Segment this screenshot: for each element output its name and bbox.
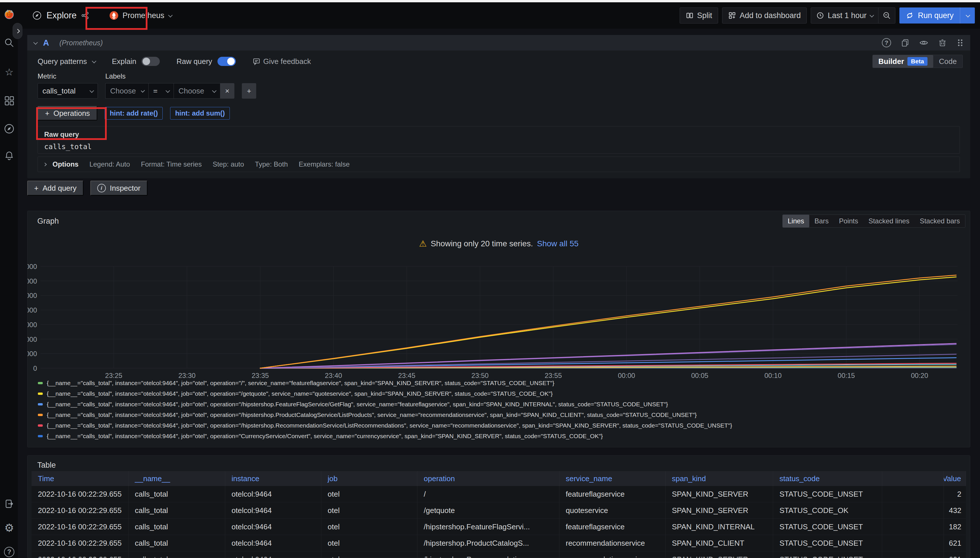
x-axis-tick-label: 23:40 — [325, 372, 342, 379]
options-collapsed-row[interactable]: Options Legend: Auto Format: Time series… — [38, 157, 960, 172]
raw-query-toggle[interactable] — [217, 57, 236, 66]
legend-item[interactable]: {__name__="calls_total", instance="otelc… — [38, 412, 967, 422]
table-cell: featureflagservice — [559, 486, 666, 502]
starred-icon[interactable]: ☆ — [4, 67, 15, 77]
add-query-button[interactable]: + Add query — [27, 181, 84, 195]
duplicate-query-icon[interactable] — [901, 38, 909, 47]
chevron-down-icon — [166, 88, 170, 93]
table-cell-value: 182 — [944, 519, 966, 535]
series-line-series-orange-top — [260, 275, 956, 368]
query-patterns-dropdown[interactable]: Query patterns — [38, 57, 87, 66]
graph-mode-stacked-lines[interactable]: Stacked lines — [863, 215, 914, 227]
drag-handle-icon[interactable] — [957, 38, 964, 47]
operations-button[interactable]: + Operations — [38, 106, 97, 120]
explain-toggle[interactable] — [141, 57, 160, 66]
plus-icon: + — [45, 109, 49, 118]
sidebar: ☆ ⚙ ? — [0, 2, 18, 558]
add-label-filter-button[interactable]: + — [242, 83, 256, 98]
legend-series-label: {__name__="calls_total", instance="otelc… — [47, 433, 603, 440]
toggle-knob — [227, 57, 235, 65]
column-header-Time[interactable]: Time — [31, 471, 128, 486]
table-spacer-cell — [882, 502, 944, 519]
table-panel-title: Table — [37, 461, 56, 470]
prometheus-logo-icon — [109, 11, 118, 20]
legend-item[interactable]: {__name__="calls_total", instance="otelc… — [38, 380, 967, 390]
legend-item[interactable]: {__name__="calls_total", instance="otelc… — [38, 422, 967, 433]
table-cell: /hipstershop.ProductCatalogS... — [418, 535, 559, 551]
time-range-picker[interactable]: Last 1 hour — [811, 8, 878, 23]
sign-in-icon[interactable] — [4, 498, 15, 509]
datasource-name: Prometheus — [123, 11, 164, 20]
tab-code[interactable]: Code — [933, 55, 962, 68]
metric-select[interactable]: calls_total — [38, 83, 98, 98]
zoom-out-time-button[interactable] — [878, 8, 895, 23]
delete-query-trash-icon[interactable] — [938, 38, 947, 47]
run-query-dropdown[interactable] — [960, 7, 975, 23]
legend-series-swatch — [38, 414, 43, 416]
search-icon[interactable] — [4, 37, 15, 48]
metric-value: calls_total — [43, 87, 76, 95]
share-icon[interactable] — [81, 11, 89, 20]
give-feedback-link[interactable]: Give feedback — [252, 57, 311, 66]
x-axis-tick-label: 00:15 — [838, 372, 855, 379]
time-range-label: Last 1 hour — [828, 11, 867, 20]
query-row-header[interactable]: A (Prometheus) ? — [27, 35, 970, 51]
legend-item[interactable]: {__name__="calls_total", instance="otelc… — [38, 433, 967, 443]
column-header-status_code[interactable]: status_code — [773, 471, 882, 486]
graph-mode-stacked-bars[interactable]: Stacked bars — [914, 215, 965, 227]
time-series-chart[interactable]: 0200040006000800010000120001400023:2523:… — [28, 256, 970, 379]
help-icon[interactable]: ? — [4, 547, 15, 558]
chevron-down-icon — [870, 13, 875, 18]
column-header-instance[interactable]: instance — [225, 471, 321, 486]
sidebar-expand-button[interactable] — [13, 23, 22, 39]
legend-item[interactable]: {__name__="calls_total", instance="otelc… — [38, 401, 967, 412]
split-button[interactable]: Split — [680, 7, 719, 23]
table-spacer-cell — [882, 471, 944, 486]
hint-add-rate-button[interactable]: hint: add rate() — [105, 107, 163, 120]
label-value-select[interactable]: Choose — [174, 83, 220, 98]
label-operator-select[interactable]: = — [148, 83, 174, 98]
column-header-span_kind[interactable]: span_kind — [666, 471, 773, 486]
table-cell: calls_total — [128, 502, 225, 519]
graph-panel-title: Graph — [37, 217, 59, 226]
show-all-series-link[interactable]: Show all 55 — [537, 239, 579, 248]
settings-gear-icon[interactable]: ⚙ — [4, 522, 15, 533]
explore-compass-icon[interactable] — [4, 123, 15, 134]
remove-label-filter-button[interactable]: × — [220, 83, 234, 98]
dashboards-icon[interactable] — [4, 95, 15, 106]
chevron-down-icon[interactable] — [92, 59, 96, 63]
column-header-operation[interactable]: operation — [418, 471, 559, 486]
give-feedback-label: Give feedback — [263, 57, 311, 66]
column-header-job[interactable]: job — [321, 471, 418, 486]
column-header-__name__[interactable]: __name__ — [128, 471, 225, 486]
graph-mode-lines[interactable]: Lines — [783, 215, 809, 227]
table-cell: 2022-10-16 00:22:29.655 — [31, 535, 128, 551]
datasource-picker[interactable]: Prometheus — [104, 7, 177, 24]
column-header-Value[interactable]: Value — [944, 471, 966, 486]
tab-builder[interactable]: Builder Beta — [873, 55, 933, 68]
hide-query-eye-icon[interactable] — [919, 38, 928, 47]
legend-item[interactable]: {__name__="calls_total", instance="otelc… — [38, 390, 967, 401]
x-axis-tick-label: 23:30 — [178, 372, 196, 379]
hint-add-sum-button[interactable]: hint: add sum() — [170, 107, 230, 120]
add-to-dashboard-label: Add to dashboard — [740, 11, 801, 20]
table-cell: 2022-10-16 00:22:29.655 — [31, 486, 128, 502]
alerting-bell-icon[interactable] — [4, 150, 15, 161]
options-type: Type: Both — [255, 160, 288, 168]
collapse-chevron-icon[interactable] — [33, 40, 38, 45]
run-query-button[interactable]: Run query — [899, 7, 975, 23]
add-to-dashboard-button[interactable]: Add to dashboard — [722, 7, 807, 23]
grafana-logo-icon[interactable] — [4, 8, 15, 20]
beta-badge: Beta — [908, 57, 927, 66]
raw-query-preview: Raw query calls_total — [38, 126, 960, 154]
query-datasource-hint: (Prometheus) — [59, 39, 103, 47]
y-axis-tick-label: 14000 — [28, 263, 37, 271]
graph-mode-bars[interactable]: Bars — [809, 215, 834, 227]
inspector-button[interactable]: i Inspector — [90, 181, 148, 195]
table-cell: otelcol:9464 — [225, 502, 321, 519]
y-axis-tick-label: 6000 — [28, 321, 37, 328]
column-header-service_name[interactable]: service_name — [559, 471, 666, 486]
label-key-select[interactable]: Choose — [105, 83, 148, 98]
graph-mode-points[interactable]: Points — [834, 215, 863, 227]
query-help-icon[interactable]: ? — [882, 38, 891, 47]
